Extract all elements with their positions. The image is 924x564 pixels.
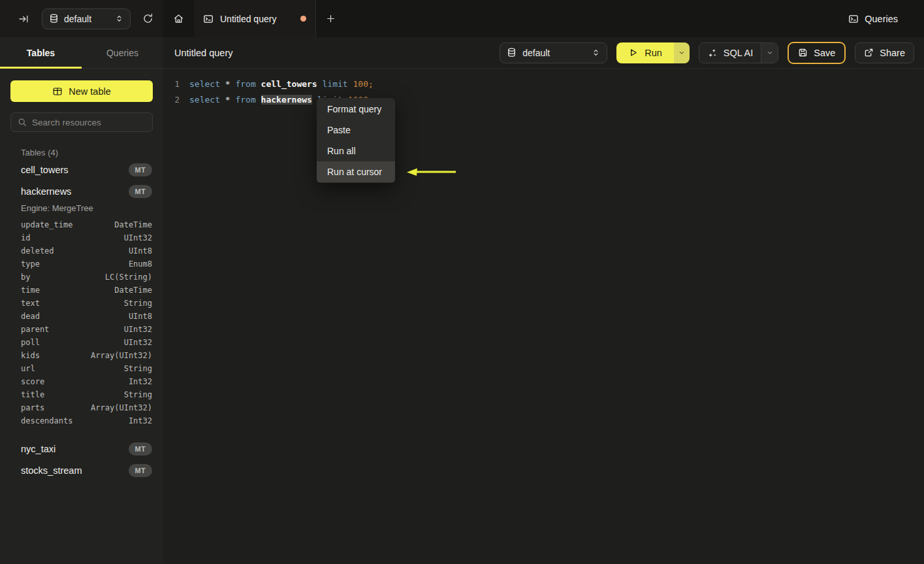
menu-item-run-all[interactable]: Run all xyxy=(317,141,395,161)
column-name: url xyxy=(21,364,35,373)
column-row: deletedUInt8 xyxy=(0,244,163,257)
table-name: cell_towers xyxy=(21,165,69,175)
sidebar-tab-tables[interactable]: Tables xyxy=(0,37,82,68)
sql-ai-label: SQL AI xyxy=(724,48,753,58)
run-label: Run xyxy=(645,48,662,58)
share-label: Share xyxy=(880,48,905,58)
column-type: UInt8 xyxy=(129,246,152,256)
column-row: kidsArray(UInt32) xyxy=(0,349,163,362)
code-line: 2select * from hackernews limit 1000 xyxy=(163,91,924,107)
query-toolbar: Untitled query default xyxy=(163,37,924,69)
line-number: 1 xyxy=(163,79,180,89)
search-icon xyxy=(18,118,27,127)
new-table-button[interactable]: New table xyxy=(10,80,153,102)
tab-title: Untitled query xyxy=(220,14,276,24)
column-row: parentUInt32 xyxy=(0,323,163,336)
topbar-left: default xyxy=(0,0,163,37)
column-row: partsArray(UInt32) xyxy=(0,401,163,414)
queries-button-label: Queries xyxy=(865,14,898,24)
column-type: Array(UInt32) xyxy=(91,403,152,412)
sql-ai-button[interactable]: SQL AI xyxy=(699,43,761,63)
column-type: String xyxy=(124,299,152,308)
menu-item-run-at-cursor[interactable]: Run at cursor xyxy=(317,161,395,182)
sidebar: Tables Queries New table Tables (4) cell… xyxy=(0,37,163,564)
column-type: Enum8 xyxy=(129,259,152,269)
run-options-caret[interactable] xyxy=(674,42,690,63)
column-name: parts xyxy=(21,403,44,412)
home-button[interactable] xyxy=(163,0,194,37)
column-type: LC(String) xyxy=(105,273,152,282)
chevron-up-down-icon xyxy=(592,48,600,57)
queries-button[interactable]: Queries xyxy=(848,14,898,24)
table-row[interactable]: stocks_streamMT xyxy=(0,459,163,481)
column-type: DateTime xyxy=(114,220,152,229)
column-row: timeDateTime xyxy=(0,284,163,297)
column-name: dead xyxy=(21,312,40,321)
toolbar-database-value: default xyxy=(522,48,586,58)
share-icon xyxy=(864,48,874,58)
refresh-button[interactable] xyxy=(138,9,157,28)
table-row[interactable]: hackernewsMT xyxy=(0,180,163,202)
search-box xyxy=(10,112,153,132)
run-split-button: Run xyxy=(616,42,690,63)
collapse-sidebar-icon xyxy=(18,14,29,24)
column-type: String xyxy=(124,390,152,399)
plus-icon xyxy=(326,14,336,24)
engine-badge: MT xyxy=(129,442,152,456)
column-row: typeEnum8 xyxy=(0,257,163,271)
column-name: poll xyxy=(21,338,40,347)
table-name: nyc_taxi xyxy=(21,444,56,454)
column-type: DateTime xyxy=(114,286,152,295)
refresh-icon xyxy=(142,13,153,24)
new-tab-button[interactable] xyxy=(316,0,345,37)
editor-lines: 1select * from cell_towers limit 100;2se… xyxy=(163,76,924,107)
column-type: UInt32 xyxy=(124,233,152,242)
column-row: deadUInt8 xyxy=(0,310,163,323)
engine-badge: MT xyxy=(129,163,152,176)
chevron-down-icon xyxy=(678,49,686,57)
column-name: by xyxy=(21,273,30,282)
table-row[interactable]: cell_towersMT xyxy=(0,159,163,180)
column-name: score xyxy=(21,377,44,386)
column-row: titleString xyxy=(0,388,163,401)
menu-item-format-query[interactable]: Format query xyxy=(317,99,395,120)
chevron-down-icon xyxy=(766,49,774,57)
run-button[interactable]: Run xyxy=(616,42,674,63)
play-icon xyxy=(628,48,638,58)
column-type: Int32 xyxy=(129,377,152,386)
column-name: title xyxy=(21,390,44,399)
column-type: Int32 xyxy=(129,416,152,425)
engine-badge: MT xyxy=(129,464,152,477)
collapse-sidebar-button[interactable] xyxy=(14,10,33,28)
column-row: byLC(String) xyxy=(0,271,163,284)
chevron-up-down-icon xyxy=(115,14,123,23)
table-grid-icon xyxy=(52,86,63,97)
topbar-database-value: default xyxy=(64,14,110,24)
topbar-database-select[interactable]: default xyxy=(42,8,131,29)
search-input[interactable] xyxy=(32,118,146,127)
table-engine-label: Engine: MergeTree xyxy=(0,202,163,218)
unsaved-dot xyxy=(300,16,306,22)
share-button[interactable]: Share xyxy=(855,42,914,63)
table-row[interactable]: nyc_taxiMT xyxy=(0,438,163,459)
save-button[interactable]: Save xyxy=(788,42,846,64)
column-row: urlString xyxy=(0,362,163,375)
column-name: text xyxy=(21,299,40,308)
sql-editor[interactable]: 1select * from cell_towers limit 100;2se… xyxy=(163,69,924,564)
tab-untitled-query[interactable]: Untitled query xyxy=(194,0,316,37)
toolbar-database-select[interactable]: default xyxy=(500,42,607,63)
column-type: String xyxy=(124,364,152,373)
terminal-icon xyxy=(848,14,859,24)
home-icon xyxy=(173,13,184,24)
query-title: Untitled query xyxy=(174,48,232,58)
topbar: default Untitled query xyxy=(0,0,924,37)
column-row: textString xyxy=(0,297,163,310)
sql-ai-caret[interactable] xyxy=(761,43,778,63)
column-row: descendantsInt32 xyxy=(0,414,163,427)
save-icon xyxy=(798,48,808,58)
line-number: 2 xyxy=(163,95,180,105)
sidebar-tab-queries[interactable]: Queries xyxy=(82,37,163,68)
column-type: UInt32 xyxy=(124,338,152,347)
column-name: type xyxy=(21,259,40,269)
menu-item-paste[interactable]: Paste xyxy=(317,120,395,141)
